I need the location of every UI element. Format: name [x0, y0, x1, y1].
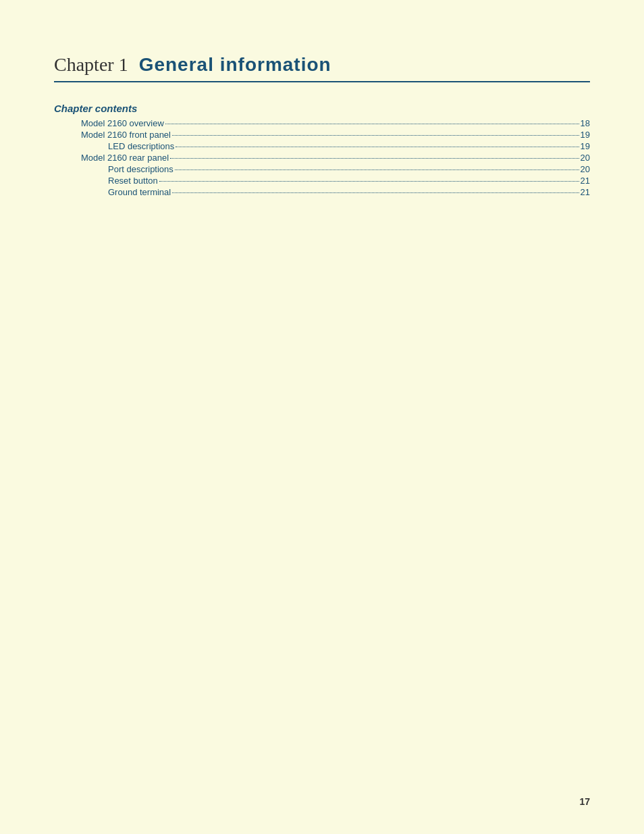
- toc-item[interactable]: LED descriptions19: [54, 141, 590, 151]
- toc-item[interactable]: Ground terminal21: [54, 187, 590, 197]
- toc-dots: [172, 192, 579, 193]
- toc-link[interactable]: Ground terminal: [108, 187, 171, 197]
- toc-dots: [159, 181, 579, 182]
- toc-item[interactable]: Port descriptions20: [54, 164, 590, 174]
- toc-page-number: 18: [581, 118, 590, 128]
- page-number: 17: [579, 796, 590, 807]
- toc-item[interactable]: Model 2160 overview18: [54, 118, 590, 128]
- toc-page-number: 21: [581, 176, 590, 186]
- toc-page-number: 20: [581, 153, 590, 163]
- toc-page-number: 21: [581, 187, 590, 197]
- toc-link[interactable]: Model 2160 rear panel: [81, 153, 169, 163]
- chapter-contents-heading: Chapter contents: [54, 103, 590, 114]
- page-container: Chapter 1 General information Chapter co…: [0, 0, 644, 834]
- toc-dots: [165, 124, 579, 124]
- toc-page-number: 19: [581, 130, 590, 140]
- toc-dots: [176, 147, 579, 147]
- chapter-header: Chapter 1 General information: [54, 54, 590, 82]
- toc-link[interactable]: Reset button: [108, 176, 158, 186]
- toc-dots: [175, 170, 579, 170]
- toc-link[interactable]: Model 2160 front panel: [81, 130, 171, 140]
- toc-page-number: 20: [581, 164, 590, 174]
- toc-item[interactable]: Reset button21: [54, 176, 590, 186]
- toc-item[interactable]: Model 2160 rear panel20: [54, 153, 590, 163]
- toc-link[interactable]: Port descriptions: [108, 164, 173, 174]
- toc-list: Model 2160 overview18Model 2160 front pa…: [54, 118, 590, 197]
- chapter-contents-section: Chapter contents Model 2160 overview18Mo…: [54, 103, 590, 197]
- toc-dots: [172, 135, 579, 136]
- toc-item[interactable]: Model 2160 front panel19: [54, 130, 590, 140]
- toc-dots: [170, 158, 579, 159]
- toc-page-number: 19: [581, 141, 590, 151]
- chapter-title: General information: [139, 54, 331, 76]
- chapter-label: Chapter 1: [54, 54, 128, 76]
- toc-link[interactable]: LED descriptions: [108, 141, 174, 151]
- toc-link[interactable]: Model 2160 overview: [81, 118, 164, 128]
